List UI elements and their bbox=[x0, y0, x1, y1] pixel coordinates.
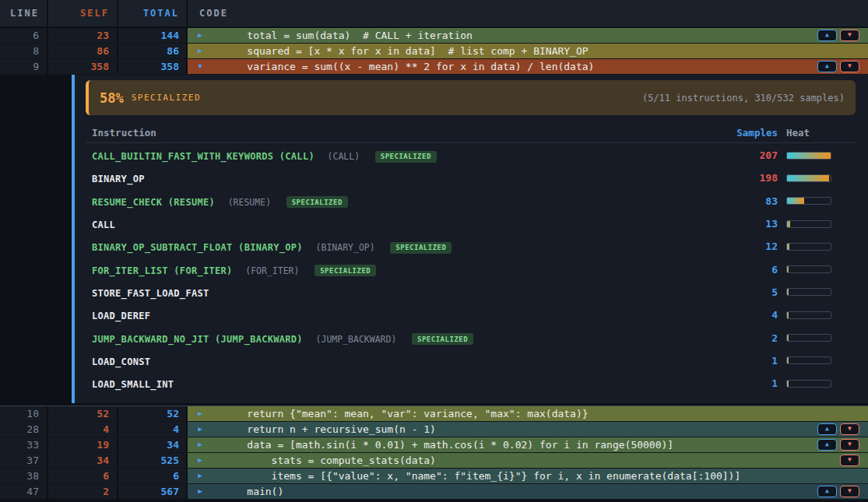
panel-background: 58% SPECIALIZED (5/11 instructions, 310/… bbox=[75, 75, 868, 403]
jump-down-button[interactable]: ▼ bbox=[840, 455, 859, 466]
instruction-name-cell: BINARY_OP_SUBTRACT_FLOAT (BINARY_OP) (BI… bbox=[86, 239, 684, 254]
instruction-name-cell: CALL bbox=[86, 216, 684, 231]
instruction-row: LOAD_CONST 1 bbox=[86, 349, 856, 372]
jump-down-button[interactable]: ▼ bbox=[840, 423, 859, 435]
expand-arrow-icon[interactable]: ▶ bbox=[195, 437, 206, 452]
code-row: 33 19 34 ▶ data = [math.sin(i * 0.01) + … bbox=[0, 437, 868, 453]
code-row: 37 34 525 ▶ stats = compute_stats(data) … bbox=[0, 453, 868, 469]
total-samples: 52 bbox=[118, 406, 188, 421]
instruction-samples: 5 bbox=[684, 286, 778, 298]
line-number: 37 bbox=[0, 453, 48, 468]
code-cell[interactable]: ▶ stats = compute_stats(data) ▲ ▼ bbox=[188, 453, 868, 468]
code-row: 8 86 86 ▶ squared = [x * x for x in data… bbox=[0, 44, 868, 59]
self-samples: 34 bbox=[48, 453, 118, 468]
specialized-badge: SPECIALIZED bbox=[375, 151, 437, 163]
jump-down-button[interactable]: ▼ bbox=[840, 61, 859, 72]
heat-bar bbox=[786, 243, 831, 251]
code-cell[interactable]: ▶ main() ▲ ▼ bbox=[188, 484, 868, 499]
instruction-row: BINARY_OP 198 bbox=[86, 167, 856, 189]
instruction-name-cell: STORE_FAST_LOAD_FAST bbox=[86, 285, 684, 300]
row-nav-buttons: ▲ ▼ bbox=[817, 486, 859, 497]
expand-arrow-icon[interactable]: ▶ bbox=[195, 484, 206, 499]
column-header-samples: Samples bbox=[684, 127, 778, 139]
heat-bar bbox=[786, 380, 831, 388]
total-samples: 567 bbox=[118, 484, 188, 499]
instruction-name-cell: LOAD_SMALL_INT bbox=[86, 376, 684, 391]
expand-arrow-icon[interactable]: ▶ bbox=[195, 469, 206, 483]
code-cell[interactable]: ▶ data = [math.sin(i * 0.01) + math.cos(… bbox=[188, 437, 868, 452]
instruction-base-name: (RESUME) bbox=[228, 197, 271, 208]
table-header: LINE SELF TOTAL CODE bbox=[0, 0, 868, 28]
instruction-row: FOR_ITER_LIST (FOR_ITER) (FOR_ITER) SPEC… bbox=[86, 258, 856, 280]
heat-bar bbox=[786, 265, 831, 273]
total-samples: 525 bbox=[118, 453, 188, 468]
expand-arrow-icon[interactable]: ▶ bbox=[195, 406, 206, 421]
specialized-badge: SPECIALIZED bbox=[286, 196, 348, 208]
jump-up-button[interactable]: ▲ bbox=[817, 61, 837, 72]
code-text: items = [{"value": x, "name": f"item_{i}… bbox=[223, 469, 740, 483]
jump-up-button[interactable]: ▲ bbox=[817, 486, 837, 497]
jump-down-button[interactable]: ▼ bbox=[840, 439, 859, 451]
jump-up-button[interactable]: ▲ bbox=[817, 423, 837, 435]
row-nav-buttons: ▲ ▼ bbox=[817, 439, 859, 451]
self-samples: 52 bbox=[48, 406, 118, 421]
code-cell[interactable]: ▶ return {"mean": mean, "var": variance,… bbox=[188, 406, 868, 421]
expand-arrow-icon[interactable]: ▶ bbox=[195, 44, 206, 58]
expand-arrow-icon[interactable]: ▶ bbox=[195, 453, 206, 468]
expand-arrow-icon[interactable]: ▶ bbox=[195, 422, 206, 437]
instruction-samples: 207 bbox=[684, 149, 778, 161]
instruction-samples: 198 bbox=[684, 172, 778, 184]
instruction-name: CALL_BUILTIN_FAST_WITH_KEYWORDS (CALL) bbox=[92, 151, 315, 162]
heat-bar-fill bbox=[787, 221, 790, 227]
row-nav-buttons: ▲ ▼ bbox=[817, 423, 859, 435]
code-cell[interactable]: ▼ variance = sum((x - mean) ** 2 for x i… bbox=[188, 59, 868, 74]
instruction-row: JUMP_BACKWARD_NO_JIT (JUMP_BACKWARD) (JU… bbox=[86, 326, 856, 349]
code-row: 6 23 144 ▶ total = sum(data) # CALL + it… bbox=[0, 28, 868, 44]
code-cell[interactable]: ▶ return n + recursive_sum(n - 1) ▲ ▼ bbox=[188, 422, 868, 437]
instruction-name: RESUME_CHECK (RESUME) bbox=[92, 197, 215, 208]
expand-arrow-icon[interactable]: ▶ bbox=[195, 28, 206, 43]
code-text: squared = [x * x for x in data] # list c… bbox=[223, 44, 589, 58]
heat-bar bbox=[786, 311, 831, 319]
specialized-stats: (5/11 instructions, 310/532 samples) bbox=[642, 93, 845, 104]
code-cell[interactable]: ▶ total = sum(data) # CALL + iteration ▲… bbox=[188, 28, 868, 43]
total-samples: 4 bbox=[118, 422, 188, 437]
code-cell[interactable]: ▶ squared = [x * x for x in data] # list… bbox=[188, 44, 868, 58]
jump-up-button[interactable]: ▲ bbox=[817, 439, 837, 451]
total-samples: 86 bbox=[118, 44, 188, 58]
line-number: 8 bbox=[0, 44, 48, 58]
line-number: 6 bbox=[0, 28, 48, 43]
line-number: 9 bbox=[0, 59, 48, 74]
heat-bar bbox=[786, 356, 831, 364]
line-number: 38 bbox=[0, 469, 48, 483]
code-rows-top: 6 23 144 ▶ total = sum(data) # CALL + it… bbox=[0, 28, 868, 75]
column-header-heat: Heat bbox=[786, 127, 831, 139]
jump-down-button[interactable]: ▼ bbox=[840, 486, 859, 497]
self-samples: 2 bbox=[48, 484, 118, 499]
line-number: 47 bbox=[0, 484, 48, 499]
instruction-table-header: Instruction Samples Heat bbox=[86, 122, 856, 143]
specialized-badge: SPECIALIZED bbox=[412, 333, 473, 345]
jump-up-button[interactable]: ▲ bbox=[817, 30, 837, 41]
instruction-base-name: (BINARY_OP) bbox=[316, 242, 375, 253]
total-samples: 358 bbox=[118, 59, 188, 74]
instruction-row: BINARY_OP_SUBTRACT_FLOAT (BINARY_OP) (BI… bbox=[86, 235, 856, 258]
code-cell[interactable]: ▶ items = [{"value": x, "name": f"item_{… bbox=[188, 469, 868, 483]
column-header-line: LINE bbox=[0, 0, 48, 26]
heat-bar bbox=[786, 197, 831, 205]
instruction-samples: 4 bbox=[684, 309, 778, 321]
column-header-instruction: Instruction bbox=[86, 127, 684, 139]
jump-down-button[interactable]: ▼ bbox=[840, 30, 859, 41]
column-header-total: TOTAL bbox=[118, 0, 188, 26]
self-samples: 23 bbox=[48, 28, 118, 43]
instruction-name: FOR_ITER_LIST (FOR_ITER) bbox=[92, 265, 233, 276]
instruction-row: STORE_FAST_LOAD_FAST 5 bbox=[86, 281, 856, 304]
instruction-name-cell: CALL_BUILTIN_FAST_WITH_KEYWORDS (CALL) (… bbox=[86, 148, 684, 163]
instruction-name: JUMP_BACKWARD_NO_JIT (JUMP_BACKWARD) bbox=[92, 334, 303, 345]
code-rows-bottom: 10 52 52 ▶ return {"mean": mean, "var": … bbox=[0, 405, 868, 500]
code-row: 9 358 358 ▼ variance = sum((x - mean) **… bbox=[0, 59, 868, 75]
instruction-name: BINARY_OP_SUBTRACT_FLOAT (BINARY_OP) bbox=[92, 242, 303, 253]
instruction-samples: 1 bbox=[684, 355, 778, 367]
heat-bar bbox=[786, 174, 831, 182]
expand-arrow-icon[interactable]: ▼ bbox=[195, 59, 206, 74]
